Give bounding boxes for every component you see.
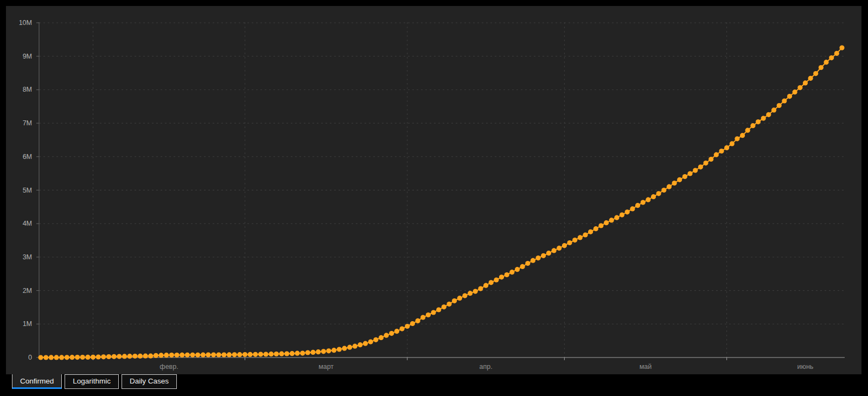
- data-point[interactable]: [834, 51, 839, 56]
- data-point[interactable]: [829, 55, 834, 60]
- data-point[interactable]: [735, 136, 739, 141]
- data-point[interactable]: [59, 355, 64, 360]
- data-point[interactable]: [478, 286, 483, 291]
- data-point[interactable]: [138, 354, 143, 359]
- data-point[interactable]: [158, 353, 163, 357]
- data-point[interactable]: [813, 71, 818, 76]
- data-point[interactable]: [661, 188, 666, 193]
- data-point[interactable]: [274, 352, 279, 356]
- data-point[interactable]: [310, 350, 315, 355]
- data-point[interactable]: [771, 107, 776, 112]
- data-point[interactable]: [384, 333, 389, 338]
- data-point[interactable]: [420, 315, 425, 320]
- data-point[interactable]: [740, 133, 745, 138]
- data-point[interactable]: [80, 355, 85, 360]
- data-point[interactable]: [462, 293, 467, 298]
- data-point[interactable]: [750, 123, 755, 128]
- data-point[interactable]: [331, 348, 336, 353]
- data-point[interactable]: [358, 342, 362, 347]
- data-point[interactable]: [808, 76, 813, 81]
- data-point[interactable]: [379, 335, 384, 340]
- data-point[interactable]: [405, 324, 410, 329]
- data-point[interactable]: [295, 351, 299, 356]
- data-point[interactable]: [452, 298, 457, 303]
- data-point[interactable]: [242, 352, 247, 357]
- data-point[interactable]: [803, 80, 808, 85]
- data-point[interactable]: [588, 229, 593, 234]
- data-point[interactable]: [38, 355, 43, 360]
- data-point[interactable]: [567, 240, 572, 245]
- data-point[interactable]: [782, 98, 787, 103]
- data-point[interactable]: [578, 235, 583, 240]
- data-point[interactable]: [468, 291, 473, 296]
- data-point[interactable]: [211, 353, 216, 357]
- data-point[interactable]: [698, 164, 703, 169]
- data-point[interactable]: [525, 261, 530, 266]
- data-point[interactable]: [426, 312, 431, 317]
- data-point[interactable]: [221, 352, 226, 357]
- data-point[interactable]: [91, 355, 95, 360]
- data-point[interactable]: [410, 321, 415, 326]
- data-point[interactable]: [201, 353, 206, 357]
- data-point[interactable]: [353, 344, 358, 349]
- data-point[interactable]: [269, 352, 273, 356]
- data-point[interactable]: [646, 197, 650, 202]
- data-point[interactable]: [300, 351, 305, 356]
- data-point[interactable]: [635, 203, 640, 208]
- data-point[interactable]: [719, 149, 724, 154]
- data-point[interactable]: [389, 331, 394, 336]
- data-point[interactable]: [656, 191, 661, 196]
- data-point[interactable]: [709, 157, 713, 162]
- data-point[interactable]: [65, 355, 69, 360]
- data-point[interactable]: [730, 141, 735, 146]
- data-point[interactable]: [446, 302, 451, 306]
- data-point[interactable]: [583, 232, 588, 237]
- data-point[interactable]: [237, 352, 242, 357]
- data-point[interactable]: [557, 246, 561, 251]
- data-point[interactable]: [714, 152, 719, 157]
- data-point[interactable]: [174, 353, 179, 357]
- data-point[interactable]: [169, 353, 174, 357]
- data-point[interactable]: [703, 161, 708, 165]
- data-point[interactable]: [593, 226, 598, 231]
- data-point[interactable]: [416, 318, 420, 323]
- data-point[interactable]: [54, 355, 59, 360]
- data-point[interactable]: [206, 353, 210, 357]
- data-point[interactable]: [598, 223, 603, 228]
- data-point[interactable]: [284, 351, 289, 356]
- data-point[interactable]: [625, 209, 630, 214]
- data-point[interactable]: [509, 270, 514, 274]
- data-point[interactable]: [442, 304, 446, 309]
- data-point[interactable]: [609, 218, 614, 222]
- data-point[interactable]: [651, 194, 656, 199]
- data-point[interactable]: [431, 310, 436, 315]
- data-point[interactable]: [279, 352, 284, 356]
- data-point[interactable]: [667, 184, 672, 189]
- data-point[interactable]: [505, 272, 509, 277]
- tab-logarithmic[interactable]: Logarithmic: [65, 374, 119, 389]
- data-point[interactable]: [148, 354, 153, 359]
- data-point[interactable]: [787, 94, 792, 99]
- data-point[interactable]: [43, 355, 48, 360]
- data-point[interactable]: [321, 349, 326, 354]
- data-point[interactable]: [819, 65, 824, 70]
- data-point[interactable]: [195, 353, 200, 357]
- data-point[interactable]: [793, 90, 797, 94]
- data-point[interactable]: [515, 267, 520, 272]
- data-point[interactable]: [839, 46, 844, 50]
- data-point[interactable]: [216, 352, 221, 357]
- data-point[interactable]: [112, 354, 117, 359]
- data-point[interactable]: [227, 352, 232, 357]
- data-point[interactable]: [745, 128, 750, 133]
- data-point[interactable]: [766, 112, 771, 117]
- data-point[interactable]: [824, 60, 828, 65]
- data-point[interactable]: [122, 354, 127, 359]
- confirmed-cases-chart[interactable]: февр.мартапр.майиюнь01M2M3M4M5M6M7M8M9M1…: [6, 6, 861, 374]
- data-point[interactable]: [724, 145, 729, 150]
- data-point[interactable]: [400, 327, 405, 331]
- data-point[interactable]: [75, 355, 80, 360]
- data-point[interactable]: [620, 213, 624, 218]
- data-point[interactable]: [264, 352, 269, 356]
- data-point[interactable]: [143, 354, 148, 359]
- data-point[interactable]: [394, 329, 399, 334]
